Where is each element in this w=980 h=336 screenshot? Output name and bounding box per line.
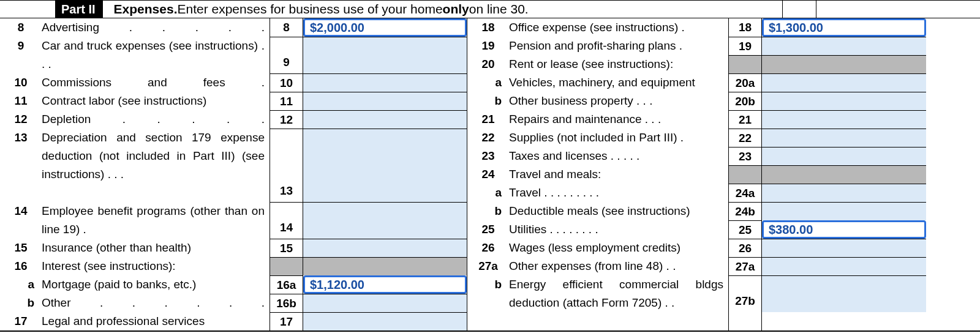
- line-14-label: 14 Employee benefit programs (other than…: [0, 202, 270, 239]
- value-19[interactable]: [762, 37, 926, 55]
- line-text: Travel . . . . . . . . .: [509, 184, 723, 202]
- line-11-label: 11 Contract labor (see instructions): [0, 92, 270, 110]
- value-18[interactable]: $1,300.00: [762, 18, 926, 37]
- line-text: Other business property . . .: [509, 92, 723, 110]
- value-13[interactable]: [303, 129, 467, 202]
- value-16a[interactable]: $1,120.00: [303, 275, 467, 294]
- box-num: 27b: [729, 275, 761, 312]
- value-23[interactable]: [762, 147, 926, 165]
- form-body: 8 Advertising . . . . . 9 Car and truck …: [0, 18, 980, 332]
- box-num: 8: [270, 18, 303, 37]
- line-sub: a: [467, 184, 509, 202]
- value-10[interactable]: [303, 73, 467, 92]
- part-title: Expenses. Enter expenses for business us…: [103, 1, 529, 18]
- box-num: 27a: [729, 257, 761, 275]
- value-27b[interactable]: [762, 275, 926, 312]
- title-plain-2: on line 30.: [469, 2, 529, 17]
- form-page: Part II Expenses. Enter expenses for bus…: [0, 0, 980, 332]
- line-text: Interest (see instructions):: [42, 257, 265, 275]
- box-num-grey: [729, 165, 761, 184]
- value-15[interactable]: [303, 239, 467, 257]
- value-14[interactable]: [303, 202, 467, 239]
- line-text: Depletion . . . . .: [42, 110, 265, 129]
- line-text: Employee benefit programs (other than on…: [42, 202, 265, 239]
- value-24a[interactable]: [762, 184, 926, 202]
- line-16a-label: a Mortgage (paid to banks, etc.): [0, 275, 270, 294]
- box-num: 15: [270, 239, 303, 257]
- line-text: Travel and meals:: [509, 165, 723, 184]
- line-22-label: 22 Supplies (not included in Part III) .: [467, 129, 728, 147]
- line-text: Advertising . . . . .: [42, 18, 265, 37]
- title-bold-2: only: [443, 2, 469, 17]
- right-nums-col: 18 19 20a 20b 21 22 23 24a 24b 25 26 27a…: [728, 18, 762, 330]
- line-num: 22: [467, 129, 509, 147]
- header-cell-b: [816, 1, 980, 18]
- line-text: Legal and professional services: [42, 312, 265, 330]
- line-num: 11: [0, 92, 42, 110]
- line-text: Mortgage (paid to banks, etc.): [42, 275, 265, 294]
- box-num: 26: [729, 239, 761, 257]
- line-num: 27a: [467, 257, 509, 275]
- line-20a-label: a Vehicles, machinery, and equipment: [467, 73, 728, 92]
- line-text: Other . . . . . .: [42, 294, 265, 312]
- box-num: 16a: [270, 275, 303, 294]
- box-num: 23: [729, 147, 761, 165]
- line-21-label: 21 Repairs and maintenance . . .: [467, 110, 728, 129]
- value-20-grey: [762, 55, 926, 73]
- left-labels-col: 8 Advertising . . . . . 9 Car and truck …: [0, 18, 270, 330]
- line-num: 8: [0, 18, 42, 37]
- line-27b-label: b Energy efficient commercial bldgs dedu…: [467, 275, 728, 312]
- value-20b[interactable]: [762, 92, 926, 110]
- value-26[interactable]: [762, 239, 926, 257]
- line-text: Commissions and fees .: [42, 73, 265, 92]
- value-24b[interactable]: [762, 202, 926, 220]
- line-num: 19: [467, 37, 509, 55]
- line-text: Rent or lease (see instructions):: [509, 55, 723, 73]
- box-num: 21: [729, 110, 761, 129]
- box-num: 11: [270, 92, 303, 110]
- value-9[interactable]: [303, 37, 467, 73]
- line-num: 24: [467, 165, 509, 184]
- line-23-label: 23 Taxes and licenses . . . . .: [467, 147, 728, 165]
- box-num: 20b: [729, 92, 761, 110]
- line-num: 21: [467, 110, 509, 129]
- box-num: 20a: [729, 73, 761, 92]
- value-16b[interactable]: [303, 294, 467, 312]
- line-num: 13: [0, 129, 42, 202]
- line-24b-label: b Deductible meals (see instructions): [467, 202, 728, 220]
- line-num: 15: [0, 239, 42, 257]
- line-18-label: 18 Office expense (see instructions) .: [467, 18, 728, 37]
- box-num: 24b: [729, 202, 761, 220]
- box-num: 13: [270, 129, 303, 202]
- line-17-label: 17 Legal and professional services: [0, 312, 270, 330]
- line-num: 12: [0, 110, 42, 129]
- line-text: Insurance (other than health): [42, 239, 265, 257]
- line-16-label: 16 Interest (see instructions):: [0, 257, 270, 275]
- value-25[interactable]: $380.00: [762, 220, 926, 239]
- box-num: 24a: [729, 184, 761, 202]
- line-sub: b: [467, 92, 509, 110]
- value-17[interactable]: [303, 312, 467, 330]
- line-num: 17: [0, 312, 42, 330]
- box-num-grey: [729, 55, 761, 73]
- title-plain-1: Enter expenses for business use of your …: [177, 2, 442, 17]
- line-text: Taxes and licenses . . . . .: [509, 147, 723, 165]
- box-num: 19: [729, 37, 761, 55]
- value-11[interactable]: [303, 92, 467, 110]
- line-24-label: 24 Travel and meals:: [467, 165, 728, 184]
- line-sub: b: [0, 294, 42, 312]
- left-nums-col: 8 9 10 11 12 13 14 15 16a 16b 17: [270, 18, 303, 330]
- value-22[interactable]: [762, 129, 926, 147]
- line-text: Supplies (not included in Part III) .: [509, 129, 723, 147]
- value-27a[interactable]: [762, 257, 926, 275]
- line-num: 20: [467, 55, 509, 73]
- line-sub: a: [467, 73, 509, 92]
- line-num: 25: [467, 220, 509, 239]
- value-8[interactable]: $2,000.00: [303, 18, 467, 37]
- value-21[interactable]: [762, 110, 926, 129]
- line-num: 10: [0, 73, 42, 92]
- value-20a[interactable]: [762, 73, 926, 92]
- value-12[interactable]: [303, 110, 467, 129]
- header-right-cells: [782, 1, 980, 18]
- line-13-label: 13 Depreciation and section 179 expense …: [0, 129, 270, 202]
